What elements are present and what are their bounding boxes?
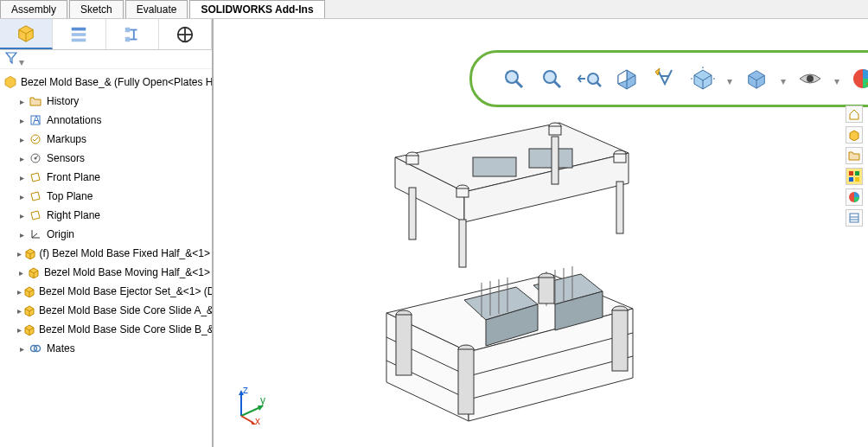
svg-rect-75: [849, 171, 853, 176]
svg-rect-44: [549, 126, 561, 135]
svg-point-17: [31, 135, 40, 144]
tree-item-label: (f) Bezel Mold Base Fixed Half_&<1>: [40, 247, 210, 259]
svg-rect-68: [539, 278, 554, 303]
svg-line-27: [516, 81, 522, 87]
svg-rect-78: [855, 177, 859, 182]
tree-item[interactable]: ▸Sensors: [2, 149, 210, 168]
tree-item-label: Right Plane: [47, 209, 100, 221]
asm-icon: [27, 265, 41, 279]
zoom-to-area-icon[interactable]: [536, 63, 567, 94]
tab-addins[interactable]: SOLIDWORKS Add-Ins: [189, 0, 324, 18]
zoom-to-fit-icon[interactable]: [498, 63, 529, 94]
appearances-icon[interactable]: [846, 188, 863, 206]
tree-item-label: Front Plane: [47, 171, 100, 183]
annotation-icon: A: [28, 113, 43, 127]
tree-item[interactable]: ▸Bezel Mold Base Moving Half_&<1>: [2, 263, 210, 282]
mates-icon: [28, 342, 43, 355]
expander-icon[interactable]: ▸: [17, 97, 26, 106]
hide-show-items-icon[interactable]: [795, 63, 826, 94]
expander-icon[interactable]: ▸: [17, 211, 26, 220]
tree-item[interactable]: ▸Right Plane: [2, 206, 210, 225]
tree-item[interactable]: ▸Markups: [2, 130, 210, 149]
svg-rect-7: [124, 27, 130, 32]
feature-tree-tab[interactable]: [0, 19, 53, 49]
view-palette-icon[interactable]: [846, 168, 863, 185]
view-orientation-icon[interactable]: [687, 63, 718, 94]
asm-icon: [23, 322, 35, 336]
expander-icon[interactable]: ▸: [17, 325, 22, 335]
section-view-icon[interactable]: [611, 63, 642, 94]
home-icon[interactable]: [846, 105, 863, 123]
dynamic-annotation-icon[interactable]: [649, 63, 680, 94]
tree-item[interactable]: ▸Front Plane: [2, 168, 210, 187]
tree-item[interactable]: ▸Bezel Mold Base Ejector Set_&<1> (D: [2, 282, 210, 301]
sensor-icon: [28, 151, 43, 165]
expander-icon[interactable]: ▸: [17, 173, 26, 182]
tree-item[interactable]: ▸Origin: [2, 225, 210, 244]
graphics-viewport[interactable]: ▾ ▾ ▾ ▾ ▾: [214, 19, 868, 447]
custom-properties-icon[interactable]: [846, 209, 863, 227]
tree-item-label: Annotations: [47, 114, 101, 126]
hide-show-dropdown-icon[interactable]: ▾: [834, 75, 841, 82]
expander-icon[interactable]: ▸: [17, 287, 22, 297]
tree-item-label: History: [47, 95, 79, 107]
heads-up-view-toolbar: ▾ ▾ ▾ ▾ ▾: [469, 50, 868, 107]
tree-item[interactable]: ▸Bezel Mold Base Side Core Slide A_&: [2, 301, 210, 320]
design-library-icon[interactable]: [846, 126, 863, 144]
tree-item[interactable]: ▸History: [2, 92, 210, 111]
mold-base-model: [361, 114, 654, 425]
display-style-dropdown-icon[interactable]: ▾: [781, 75, 788, 82]
expander-icon[interactable]: ▸: [17, 249, 22, 259]
svg-line-29: [554, 81, 560, 87]
svg-rect-39: [473, 157, 516, 176]
previous-view-icon[interactable]: [574, 63, 605, 94]
expander-icon[interactable]: ▸: [17, 230, 26, 239]
tree-root-label: Bezel Mold Base_& (Fully Open<Plates H: [21, 76, 212, 88]
expander-icon[interactable]: ▸: [17, 116, 26, 125]
tree-root[interactable]: Bezel Mold Base_& (Fully Open<Plates H: [2, 73, 210, 92]
svg-rect-8: [124, 36, 130, 42]
expander-icon[interactable]: ▸: [17, 268, 25, 278]
svg-point-28: [544, 71, 556, 83]
tree-item-label: Origin: [47, 228, 74, 240]
expander-icon[interactable]: ▸: [17, 192, 26, 201]
dimxpert-tab[interactable]: [159, 19, 212, 49]
configuration-manager-tab[interactable]: [106, 19, 159, 49]
svg-rect-49: [409, 188, 416, 239]
orientation-dropdown-icon[interactable]: ▾: [727, 75, 734, 82]
triad-z-label: z: [243, 386, 248, 396]
expander-icon[interactable]: ▸: [17, 306, 22, 316]
expander-icon[interactable]: ▸: [17, 135, 26, 144]
svg-line-20: [35, 156, 38, 158]
filter-dropdown-icon[interactable]: ▾: [19, 56, 26, 63]
tree-item[interactable]: ▸AAnnotations: [2, 111, 210, 130]
tree-item[interactable]: ▸Mates: [2, 339, 210, 358]
triad-y-label: y: [260, 394, 265, 406]
svg-line-23: [32, 233, 37, 238]
edit-appearance-icon[interactable]: [848, 63, 868, 94]
asm-icon: [23, 303, 35, 317]
tab-sketch[interactable]: Sketch: [69, 0, 124, 18]
expander-icon[interactable]: ▸: [17, 344, 26, 354]
expander-icon[interactable]: ▸: [17, 154, 26, 163]
orientation-triad[interactable]: z y x: [231, 386, 265, 421]
tab-evaluate[interactable]: Evaluate: [125, 0, 188, 18]
history-icon: [28, 94, 43, 108]
svg-rect-50: [459, 220, 466, 267]
feature-tree: Bezel Mold Base_& (Fully Open<Plates H ▸…: [0, 69, 212, 361]
tree-item[interactable]: ▸Top Plane: [2, 187, 210, 206]
tab-assembly[interactable]: Assembly: [0, 0, 67, 18]
file-explorer-icon[interactable]: [846, 147, 863, 164]
tree-item-label: Bezel Mold Base Ejector Set_&<1> (D: [39, 285, 212, 297]
tree-item[interactable]: ▸Bezel Mold Base Side Core Slide B_&: [2, 320, 210, 339]
svg-point-32: [807, 75, 814, 82]
svg-line-31: [597, 82, 601, 86]
property-manager-tab[interactable]: [53, 19, 105, 49]
assembly-icon: [3, 75, 17, 89]
filter-icon[interactable]: [5, 52, 17, 67]
svg-rect-5: [72, 33, 86, 36]
svg-rect-66: [612, 310, 628, 371]
svg-rect-64: [458, 349, 474, 414]
tree-item[interactable]: ▸(f) Bezel Mold Base Fixed Half_&<1>: [2, 244, 210, 263]
display-style-icon[interactable]: [741, 63, 772, 94]
